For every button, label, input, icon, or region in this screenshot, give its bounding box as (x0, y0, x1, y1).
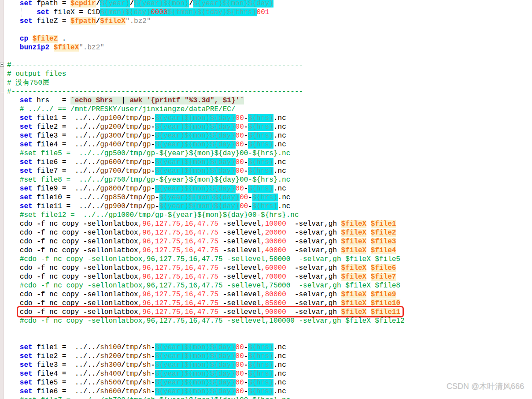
code-segment: f nc copy (41, 308, 83, 316)
code-segment: tmp (126, 343, 138, 351)
code-segment: sellevel (227, 229, 261, 237)
code-segment: file3 (33, 361, 62, 369)
code-segment: - (244, 388, 248, 395)
code-segment: $file11 (371, 308, 400, 316)
code-segment: set (20, 202, 33, 210)
code-segment: ${year}${mon}${day} (155, 185, 235, 193)
code-segment: - (83, 238, 88, 246)
code-segment: / (138, 123, 143, 131)
code-segment: ${hrs} (248, 141, 273, 149)
code-segment: set (20, 0, 33, 7)
code-segment: .nc (273, 123, 286, 131)
code-segment: .nc (273, 132, 286, 140)
code-segment: - (295, 238, 299, 246)
code-segment: ${year}${mon}${day} (155, 343, 235, 351)
code-segment: set (20, 97, 33, 104)
code-line: # 没有750层 (7, 78, 532, 87)
code-segment: .nc (273, 158, 286, 166)
code-segment (286, 220, 295, 228)
code-segment: $fpath (70, 17, 96, 25)
code-segment (218, 308, 223, 316)
code-segment: $fileX (54, 44, 79, 52)
code-segment: set (20, 185, 33, 193)
code-segment: 00 (236, 114, 244, 122)
code-segment: tmp (126, 370, 138, 378)
code-segment: cdo (7, 229, 37, 237)
code-segment: tmp (126, 388, 138, 395)
code-segment (7, 123, 20, 131)
code-segment (7, 105, 20, 113)
code-segment: - (83, 273, 88, 281)
code-segment (286, 238, 295, 246)
code-segment: f nc copy (41, 273, 83, 281)
code-segment: - (244, 167, 248, 175)
code-segment (218, 220, 223, 228)
code-segment: gp (142, 114, 151, 122)
code-segment: 00 (236, 370, 244, 378)
code-segment (7, 361, 20, 369)
code-segment: gp300 (100, 132, 121, 140)
code-segment: set (20, 141, 33, 149)
code-segment: gp600 (100, 158, 121, 166)
code-segment: - (223, 238, 227, 246)
code-segment: - (244, 370, 248, 378)
code-segment (7, 185, 20, 193)
code-segment: - (295, 273, 299, 281)
code-segment: tmp (126, 352, 138, 360)
code-segment: gp (142, 123, 151, 131)
code-segment: - (295, 291, 299, 298)
code-segment: ../../ (66, 167, 100, 175)
code-segment: $file7 (371, 273, 396, 281)
code-segment (7, 167, 20, 175)
code-segment: - (244, 114, 248, 122)
code-segment (218, 299, 223, 307)
code-segment: file3 (33, 132, 62, 140)
code-segment (7, 343, 20, 351)
code-segment: ,85000 (261, 299, 286, 307)
code-segment: - (295, 246, 299, 254)
code-segment (286, 229, 295, 237)
code-segment: ${year}${mon}${day} (155, 379, 235, 387)
code-segment: ../../ (66, 343, 100, 351)
code-line (7, 325, 532, 334)
code-segment: ${hrs} (248, 123, 273, 131)
code-editor-text-area[interactable]: set fpath = $cpdir/${year}/${year}${mon}… (4, 0, 532, 399)
code-segment: ../../ (66, 114, 100, 122)
code-segment: gp (147, 194, 155, 201)
code-segment: ,30000 (261, 238, 286, 246)
code-segment: = (62, 141, 66, 149)
code-segment: $fileZ (33, 35, 58, 43)
code-segment: fpath (33, 0, 62, 7)
code-line: set file11 = ../../gp900/tmp/gp-${year}$… (7, 202, 532, 211)
code-segment: = (62, 158, 66, 166)
code-segment: file2 (33, 352, 62, 360)
code-segment: `echo $hrs (70, 97, 121, 104)
code-segment: ${tmon}${tday}${thrs} (168, 8, 257, 16)
code-segment: ,80000 (261, 291, 286, 298)
code-segment (218, 238, 223, 246)
code-segment: file11 (33, 202, 66, 210)
code-segment: sh100 (100, 343, 121, 351)
code-segment: ,96,127.75,16,47.75 (138, 238, 218, 246)
code-segment: #set file8 = ../../gp750/tmp/gp-${year}$… (20, 176, 291, 184)
code-segment: . (58, 35, 66, 43)
code-segment: #cdo -f nc copy -sellonlatbox,96,127.75,… (20, 282, 400, 290)
code-line: set fpath = $cpdir/${year}/${year}${mon}… (7, 0, 532, 8)
code-segment: $fileX (341, 246, 367, 254)
code-segment (66, 17, 70, 25)
code-segment (366, 299, 371, 307)
code-segment: - (37, 299, 41, 307)
code-segment: set (20, 17, 33, 25)
code-segment (7, 211, 20, 219)
code-segment: 001 (257, 8, 270, 16)
code-segment: f nc copy (41, 246, 83, 254)
code-segment: set (20, 158, 33, 166)
code-segment: $file2 (371, 229, 396, 237)
code-line: set file2 = ../../sh200/tmp/sh-${year}${… (7, 352, 532, 361)
code-segment: gp (142, 141, 151, 149)
code-line: set fileZ = $fpath/$fileX".bz2" (7, 17, 532, 26)
code-segment: ${year}${mon}${day} (155, 123, 235, 131)
code-segment (7, 132, 20, 140)
code-segment: - (83, 264, 88, 272)
code-line: set fileX = C1D${mon}${day}0000${tmon}${… (7, 8, 532, 17)
